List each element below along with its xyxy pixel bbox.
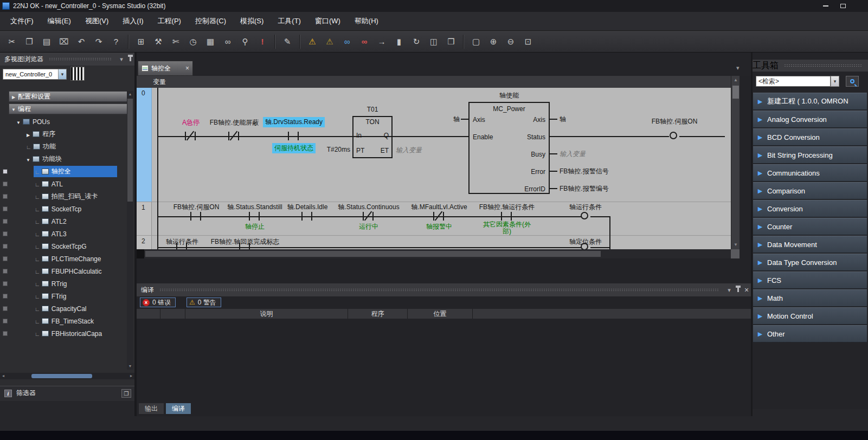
- output-coil[interactable]: [670, 132, 677, 139]
- coil-operand[interactable]: FB轴控.伺服ON: [652, 117, 698, 126]
- tab-output[interactable]: 输出: [139, 403, 164, 414]
- tree-section-configuration[interactable]: 配置和设置: [9, 91, 132, 102]
- zoom-in-icon[interactable]: ⊕: [486, 34, 501, 49]
- contact-no-idle[interactable]: [301, 212, 312, 221]
- coil-operand[interactable]: 轴运行条件: [569, 203, 602, 212]
- scroll-down-icon[interactable]: ▼: [731, 241, 740, 249]
- scrollbar-thumb[interactable]: [31, 374, 92, 378]
- toolbox-item-motion-control[interactable]: Motion Control: [753, 307, 867, 325]
- build-check-icon[interactable]: ⚠: [305, 34, 320, 49]
- zoom-fit-icon[interactable]: ⊡: [520, 34, 536, 49]
- tree-leaf-fb-selected[interactable]: 轴控全: [0, 166, 126, 177]
- help-icon[interactable]: ?: [108, 34, 124, 49]
- contact-operand[interactable]: 轴运行条件: [166, 237, 198, 247]
- toolbox-item-comparison[interactable]: Comparison: [753, 182, 867, 199]
- warning-count-badge[interactable]: 0 警告: [187, 297, 221, 307]
- search-dropdown-icon[interactable]: [831, 76, 839, 87]
- expand-icon[interactable]: [24, 131, 33, 138]
- toolbox-search-button[interactable]: [846, 76, 859, 87]
- simulation-icon[interactable]: ✎: [280, 34, 295, 49]
- contact-nc-continuous[interactable]: [363, 212, 374, 221]
- contact-operand[interactable]: FB轴控.轴回原完成标志: [211, 237, 280, 247]
- scroll-left-icon[interactable]: ◂: [0, 373, 7, 379]
- menu-simulation[interactable]: 模拟(S): [233, 12, 271, 30]
- minimize-button[interactable]: [818, 0, 834, 11]
- expand-icon[interactable]: [9, 93, 18, 100]
- undo-icon[interactable]: ↶: [74, 34, 89, 49]
- menu-help[interactable]: 帮助(H): [348, 12, 385, 30]
- delete-icon[interactable]: ⌧: [56, 34, 72, 49]
- toolbox-item-bit-string[interactable]: Bit String Processing: [753, 146, 867, 164]
- menu-tools[interactable]: 工具(T): [271, 12, 308, 30]
- column-header-program[interactable]: 程序: [348, 309, 408, 319]
- menu-insert[interactable]: 插入(I): [115, 12, 150, 30]
- zoom-out-icon[interactable]: ⊖: [503, 34, 518, 49]
- tab-ladder-editor[interactable]: 轴控全: [138, 61, 193, 76]
- tree-leaf-fb[interactable]: 拍照_扫码_读卡: [0, 191, 126, 202]
- build-pin-button[interactable]: [734, 283, 742, 296]
- explorer-menu-chevron-icon[interactable]: [117, 53, 126, 66]
- monitor-icon[interactable]: ∞: [339, 34, 355, 49]
- cross-reference-icon[interactable]: ∞: [220, 34, 235, 49]
- column-header-icon[interactable]: [160, 309, 185, 319]
- toolbox-item-analog-conversion[interactable]: Analog Conversion: [753, 111, 867, 128]
- explorer-pin-button[interactable]: [126, 53, 134, 66]
- tile-windows-icon[interactable]: ◫: [426, 34, 441, 49]
- tree-leaf-fb[interactable]: ATL3: [0, 228, 126, 240]
- tab-build[interactable]: 编译: [166, 403, 191, 414]
- rung-number[interactable]: 2: [142, 237, 145, 245]
- tab-close-icon[interactable]: [185, 64, 189, 72]
- offline-icon[interactable]: ▮: [391, 34, 407, 49]
- contact-operand[interactable]: 轴.Status.Continuous: [338, 203, 399, 212]
- scroll-down-icon[interactable]: ▼: [127, 363, 133, 370]
- mc-power-block[interactable]: MC_Power Axis Enable Axis Status Busy Er…: [468, 102, 550, 194]
- error-count-badge[interactable]: 0 错误: [140, 297, 176, 307]
- tree-leaf-fb[interactable]: SocketTcpG: [0, 241, 126, 252]
- tree-leaf-fb[interactable]: CapacityCal: [0, 303, 126, 314]
- toolbox-item-data-type-conversion[interactable]: Data Type Conversion: [753, 254, 867, 271]
- editor-vertical-scrollbar[interactable]: ▲ ▼: [731, 76, 740, 249]
- fb-axis-input-operand[interactable]: 轴: [433, 115, 460, 124]
- zoom-select-icon[interactable]: ▢: [468, 34, 484, 49]
- tree-node-function-blocks[interactable]: 功能块: [0, 153, 126, 165]
- scrollbar-thumb[interactable]: [145, 251, 601, 257]
- rebuild-icon[interactable]: ✄: [168, 34, 183, 49]
- menu-edit[interactable]: 编辑(E): [41, 12, 78, 30]
- editor-horizontal-scrollbar[interactable]: [137, 249, 731, 258]
- tree-leaf-fb[interactable]: PLCTimeChange: [0, 253, 126, 264]
- controller-selector-dropdown[interactable]: new_Controller_0: [3, 69, 67, 80]
- scrollbar-thumb[interactable]: [732, 86, 739, 99]
- contact-no-run-condition[interactable]: [501, 212, 512, 221]
- menu-file[interactable]: 文件(F): [3, 12, 41, 30]
- collapse-icon[interactable]: [9, 105, 18, 113]
- explorer-horizontal-scrollbar[interactable]: ◂ ▸: [0, 373, 134, 379]
- monitor-stop-icon[interactable]: ∞: [357, 34, 372, 49]
- contact-nc-estop[interactable]: [185, 132, 196, 140]
- fb-error-operand[interactable]: FB轴控.报警信号: [560, 167, 609, 176]
- paste-icon[interactable]: ▤: [39, 34, 54, 49]
- menu-project[interactable]: 工程(P): [151, 12, 188, 30]
- toolbox-item-conversion[interactable]: Conversion: [753, 200, 867, 217]
- contact-operand[interactable]: 轴.Status.Standstill: [227, 203, 282, 212]
- tree-leaf-fb[interactable]: ATL2: [0, 216, 126, 227]
- tree-node-pous[interactable]: POUs: [0, 116, 126, 127]
- watch-window-icon[interactable]: ◷: [185, 34, 201, 49]
- tree-leaf-fb[interactable]: RTrig: [0, 278, 126, 289]
- tree-leaf-fb[interactable]: ATL: [0, 178, 126, 190]
- tree-leaf-fb[interactable]: FTrig: [0, 290, 126, 302]
- toolbox-item-math[interactable]: Math: [753, 289, 867, 307]
- contact-no-drvstatus-ready[interactable]: [288, 132, 299, 140]
- online-icon[interactable]: →: [374, 34, 389, 49]
- tree-section-programming[interactable]: 编程: [9, 103, 132, 114]
- menu-controller[interactable]: 控制器(C): [188, 12, 233, 30]
- menu-view[interactable]: 视图(V): [78, 12, 115, 30]
- rebuild-check-icon[interactable]: ⚠: [322, 34, 337, 49]
- menu-window[interactable]: 窗口(W): [308, 12, 348, 30]
- tree-node-functions[interactable]: 功能: [0, 141, 126, 152]
- contact-no-standstill[interactable]: [249, 212, 260, 221]
- controller-view-icon[interactable]: [70, 67, 85, 81]
- contact-operand[interactable]: 轴.MFaultLvl.Active: [411, 203, 467, 212]
- fb-axis-output-operand[interactable]: 轴: [560, 115, 566, 124]
- toolbox-item-communications[interactable]: Communications: [753, 164, 867, 182]
- redo-icon[interactable]: ↷: [91, 34, 106, 49]
